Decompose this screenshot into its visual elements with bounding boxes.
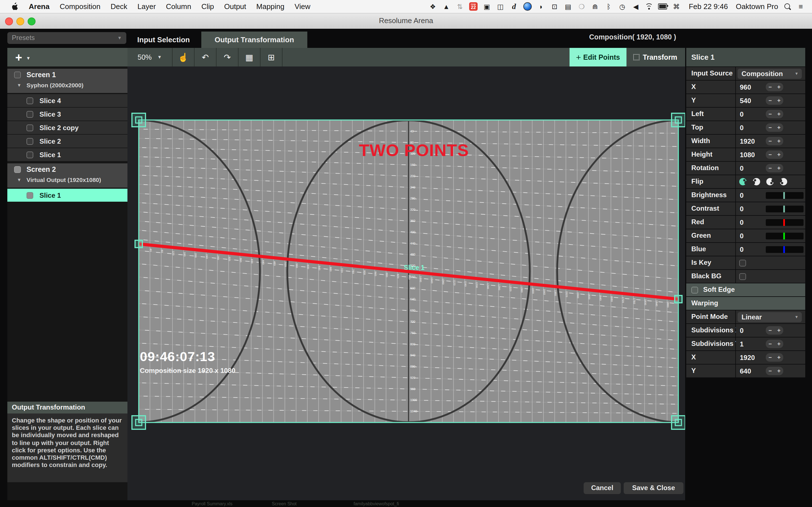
slice-row[interactable]: Slice 2 copy: [7, 121, 128, 134]
increment-button[interactable]: +: [777, 137, 781, 145]
slice-row[interactable]: Slice 1: [7, 189, 128, 202]
drive-icon[interactable]: ▲: [442, 2, 451, 11]
battery-icon[interactable]: [658, 2, 667, 11]
zoom-window-button[interactable]: [28, 17, 36, 25]
increment-button[interactable]: +: [777, 83, 781, 91]
screen-group-screen2[interactable]: Screen 2▼Virtual Output (1920x1080): [7, 163, 128, 187]
menu-item-layer[interactable]: Layer: [138, 2, 156, 11]
save-close-button[interactable]: Save & Close: [624, 482, 683, 494]
corner-handle-inner-top-left[interactable]: [136, 117, 142, 123]
contrast-slider[interactable]: [766, 205, 804, 212]
presets-dropdown[interactable]: Presets▼: [7, 32, 126, 44]
increment-button[interactable]: +: [777, 123, 781, 132]
section-checkbox[interactable]: [691, 286, 698, 293]
undo-button[interactable]: ↶: [195, 48, 216, 66]
top-value[interactable]: 0: [740, 124, 744, 131]
increment-button[interactable]: +: [777, 326, 781, 335]
chat-bubble-icon[interactable]: ❍: [577, 2, 586, 11]
d-app-icon[interactable]: d: [509, 2, 518, 11]
corner-handle-inner-bottom-left[interactable]: [136, 419, 142, 426]
flip-h-icon[interactable]: [753, 178, 760, 185]
slice-row[interactable]: Slice 3: [7, 108, 128, 121]
keyboard-icon[interactable]: ⌘: [672, 2, 681, 11]
contrast-value[interactable]: 0: [740, 205, 744, 213]
dropbox-icon[interactable]: ❖: [428, 2, 437, 11]
bluetooth-icon[interactable]: ᛒ: [604, 2, 613, 11]
left-value[interactable]: 0: [740, 110, 744, 118]
screen-group-screen1[interactable]: Screen 1▼Syphon (2000x2000): [7, 69, 128, 93]
blue-slider[interactable]: [766, 246, 804, 252]
volume-icon[interactable]: ◀: [631, 2, 640, 11]
notification-center-icon[interactable]: ≡: [796, 2, 805, 11]
x-value[interactable]: 1920: [740, 353, 755, 361]
input-source-dropdown[interactable]: Composition▼: [738, 68, 802, 78]
slice-row[interactable]: Slice 1: [7, 148, 128, 161]
is-key-checkbox[interactable]: [739, 260, 746, 266]
flip-v-icon[interactable]: [766, 178, 774, 185]
zoom-level-select[interactable]: 50%▼: [128, 48, 172, 66]
screen-checkbox[interactable]: [14, 71, 21, 78]
increment-button[interactable]: +: [777, 110, 781, 118]
brightness-value[interactable]: 0: [740, 191, 744, 199]
calendar-icon[interactable]: FEB22: [469, 2, 478, 11]
increment-button[interactable]: +: [777, 353, 781, 362]
slice-checkbox[interactable]: [27, 138, 33, 145]
corner-handle-inner-top-right[interactable]: [675, 117, 681, 123]
transform-button[interactable]: Transform: [627, 48, 683, 66]
window-title-bar[interactable]: Resolume Arena: [0, 13, 812, 29]
slice-checkbox[interactable]: [27, 192, 33, 199]
disclosure-triangle-icon[interactable]: ▼: [17, 177, 21, 182]
width-value[interactable]: 1920: [740, 137, 755, 145]
black-bg-checkbox[interactable]: [739, 273, 746, 280]
hand-tool[interactable]: ☝: [172, 48, 195, 66]
menu-item-composition[interactable]: Composition: [60, 2, 101, 11]
menu-clock[interactable]: Feb 22 9:46: [689, 2, 728, 11]
increment-button[interactable]: +: [777, 151, 781, 159]
cancel-button[interactable]: Cancel: [583, 482, 621, 494]
slice-row[interactable]: Slice 2: [7, 135, 128, 148]
wifi-icon[interactable]: [645, 2, 654, 11]
menu-item-column[interactable]: Column: [166, 2, 192, 11]
time-machine-icon[interactable]: ◷: [618, 2, 627, 11]
decrement-button[interactable]: −: [769, 353, 772, 362]
point-mode-dropdown[interactable]: Linear▼: [738, 312, 802, 322]
menu-item-output[interactable]: Output: [224, 2, 246, 11]
apple-menu-icon[interactable]: [11, 2, 18, 11]
decrement-button[interactable]: −: [769, 164, 772, 172]
increment-button[interactable]: +: [777, 367, 781, 375]
subdivisions-y-value[interactable]: 1: [740, 340, 744, 348]
decrement-button[interactable]: −: [769, 83, 772, 91]
slice-row[interactable]: Slice 4: [7, 94, 128, 107]
add-screen-button[interactable]: +: [15, 49, 22, 66]
slice-checkbox[interactable]: [27, 97, 33, 104]
slice-checkbox[interactable]: [27, 151, 33, 158]
add-screen-dropdown-icon[interactable]: ▼: [26, 55, 31, 61]
decrement-button[interactable]: −: [769, 340, 772, 348]
y-value[interactable]: 640: [740, 367, 751, 375]
device-sync-icon[interactable]: ⇅: [455, 2, 464, 11]
filmstrip-icon[interactable]: ▤: [564, 2, 573, 11]
output-preview-canvas[interactable]: 4080120160200240280320360400440480520560…: [128, 66, 685, 500]
decrement-button[interactable]: −: [769, 110, 772, 118]
blue-value[interactable]: 0: [740, 245, 744, 253]
edit-points-button[interactable]: + Edit Points: [569, 48, 626, 66]
spotlight-search-icon[interactable]: [783, 2, 792, 11]
green-slider[interactable]: [766, 232, 804, 239]
binoculars-icon[interactable]: ⋒: [591, 2, 600, 11]
rotation-value[interactable]: 0: [740, 164, 744, 172]
grid-dense-button[interactable]: ▦: [239, 48, 260, 66]
menu-item-deck[interactable]: Deck: [110, 2, 127, 11]
increment-button[interactable]: +: [777, 96, 781, 105]
redo-button[interactable]: ↷: [216, 48, 239, 66]
tab-input-selection[interactable]: Input Selection: [132, 32, 195, 48]
screen-checkbox[interactable]: [14, 166, 21, 173]
red-value[interactable]: 0: [740, 218, 744, 226]
x-value[interactable]: 960: [740, 83, 751, 91]
increment-button[interactable]: +: [777, 164, 781, 172]
tab-output-transformation[interactable]: Output Transformation: [201, 32, 307, 48]
corner-handle-inner-bottom-right[interactable]: [675, 419, 681, 426]
warp-point-handle-right[interactable]: [675, 295, 682, 303]
slice-checkbox[interactable]: [27, 111, 33, 117]
minimize-window-button[interactable]: [16, 17, 24, 25]
flip-hv-icon[interactable]: [780, 178, 787, 185]
